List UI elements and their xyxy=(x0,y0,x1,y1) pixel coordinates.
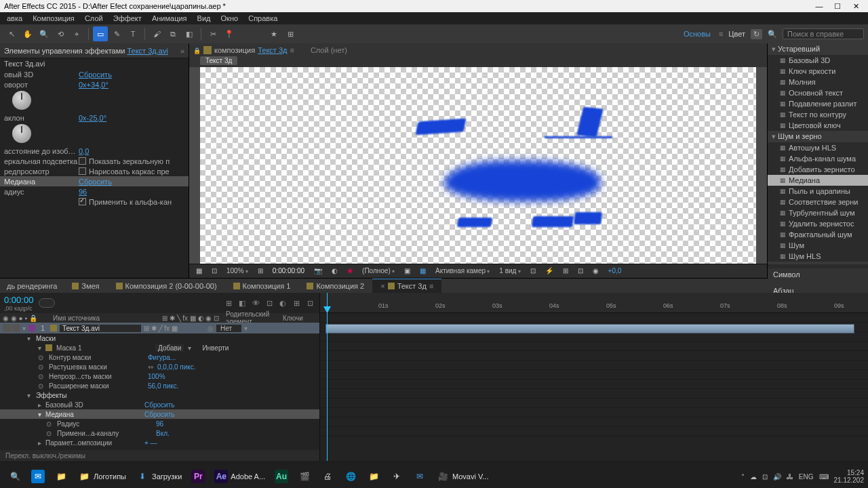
effect-reset[interactable]: Сбросить xyxy=(79,178,112,186)
comp-name-link[interactable]: Текст 3д xyxy=(258,46,287,54)
mask-expansion-value[interactable]: 56,0 пикс. xyxy=(148,382,179,390)
effect-median[interactable]: Медиана xyxy=(4,178,79,186)
rotate-tool-icon[interactable]: ⟲ xyxy=(53,26,68,41)
canvas[interactable] xyxy=(200,67,756,264)
category-noise[interactable]: Шум и зерно xyxy=(768,131,868,142)
taskbar-app[interactable]: ✉ xyxy=(409,467,431,486)
tray-app-icon[interactable]: ⊡ xyxy=(762,473,768,481)
effect-preset-item[interactable]: Текст по контуру xyxy=(768,109,868,120)
taskbar-downloads[interactable]: ⬇Загрузки xyxy=(132,467,186,486)
star-icon[interactable]: ★ xyxy=(267,26,281,41)
preview-checkbox[interactable] xyxy=(79,167,86,175)
layer-tab[interactable]: Слой (нет) xyxy=(311,46,347,54)
brush-tool-icon[interactable]: 🖌 xyxy=(149,26,164,41)
tray-clock[interactable]: 15:24 21.12.202 xyxy=(834,469,865,484)
timeline-tab[interactable]: Змея xyxy=(64,279,107,293)
menu-item[interactable]: Справка xyxy=(244,14,281,22)
brainstorm-icon[interactable]: ⊡ xyxy=(304,298,315,308)
col-source[interactable]: Имя источника xyxy=(53,314,159,322)
menu-item[interactable]: Эффект xyxy=(109,14,146,22)
effect-reset[interactable]: Сбросить xyxy=(144,411,174,418)
prop-tilt-value[interactable]: 0x-25,0° xyxy=(79,114,106,122)
taskbar-movavi[interactable]: 🎥Movavi V... xyxy=(432,467,492,486)
playhead[interactable] xyxy=(327,293,328,461)
taskbar-audition[interactable]: Au xyxy=(271,467,292,486)
puppet-tool-icon[interactable]: 📍 xyxy=(222,26,237,41)
taskbar-explorer[interactable]: 📁 xyxy=(50,467,72,486)
resolution-dropdown[interactable]: (Полное) xyxy=(359,267,397,274)
lock-icon[interactable] xyxy=(193,46,201,54)
col-keys[interactable]: Ключи xyxy=(283,314,317,322)
snap-icon[interactable]: ⊞ xyxy=(283,26,298,41)
effect-preset-item[interactable]: Подавление разлит xyxy=(768,98,868,109)
panel-tab-link[interactable]: Текст 3д.avi xyxy=(127,47,167,55)
comp-mini-flowchart-icon[interactable]: ⊞ xyxy=(223,298,234,308)
layer-name[interactable]: Текст 3д.avi xyxy=(60,325,141,332)
mask-path-value[interactable]: Фигура... xyxy=(148,354,176,361)
pen-tool-icon[interactable]: ✎ xyxy=(109,26,124,41)
masks-group[interactable]: Маски xyxy=(0,333,319,343)
breadcrumb-chip[interactable]: Текст 3д xyxy=(200,56,237,65)
camera-tool-icon[interactable]: ⌖ xyxy=(69,26,84,41)
mask-feather-value[interactable]: 0,0,0,0 пикс. xyxy=(157,363,196,371)
effect-preset-item[interactable]: Соответствие зерни xyxy=(768,197,868,207)
rectangle-tool-icon[interactable]: ▭ xyxy=(93,26,108,41)
maximize-button[interactable]: ☐ xyxy=(829,0,846,12)
taskbar-mail[interactable]: ✉ xyxy=(27,467,49,486)
help-search-input[interactable]: Поиск в справке xyxy=(783,28,864,39)
taskbar-chrome[interactable]: 🌐 xyxy=(340,467,361,486)
taskbar-app[interactable]: 📁 xyxy=(363,467,384,486)
time-ruler[interactable]: 01s 02s 03s 04s 05s 06s 07s 08s 09s xyxy=(320,293,868,313)
selection-tool-icon[interactable]: ↖ xyxy=(4,26,19,41)
eraser-tool-icon[interactable]: ◧ xyxy=(182,26,197,41)
motion-blur-icon[interactable]: ◐ xyxy=(277,298,288,308)
menu-item[interactable]: Анимация xyxy=(148,14,191,22)
timeline-search[interactable] xyxy=(39,298,55,308)
effect-preset-item[interactable]: Молния xyxy=(768,77,868,87)
mask-opacity-value[interactable]: 100% xyxy=(148,373,165,380)
flowchart-icon[interactable]: ⊡ xyxy=(575,267,586,274)
timeline-tab[interactable]: Композиция 2 (0-00-00-00) xyxy=(108,279,225,293)
exposure-value[interactable]: +0,0 xyxy=(606,267,625,274)
menu-item[interactable]: авка xyxy=(3,14,26,22)
viewport[interactable] xyxy=(189,67,767,264)
menu-item[interactable]: Вид xyxy=(193,14,215,22)
current-time[interactable]: 0:00:00 xyxy=(4,295,33,305)
roi-icon[interactable]: ▣ xyxy=(401,267,413,274)
fast-preview-icon[interactable]: ⚡ xyxy=(542,267,556,274)
effect-preset-item[interactable]: Базовый 3D xyxy=(768,55,868,66)
prop-radius-value[interactable]: 96 xyxy=(79,188,87,196)
taskbar-aftereffects[interactable]: AeAdobe A... xyxy=(210,467,269,486)
pixel-aspect-icon[interactable]: ⊡ xyxy=(528,267,538,274)
effect-preset-item[interactable]: Турбулентный шум xyxy=(768,207,868,218)
parent-dropdown[interactable]: Нет xyxy=(216,325,241,332)
menu-item[interactable]: Слой xyxy=(81,14,107,22)
workspace-color[interactable]: Цвет xyxy=(728,30,745,38)
prop-distance-value[interactable]: 0,0 xyxy=(79,147,89,155)
render-queue-tab[interactable]: дь рендеринга xyxy=(0,282,64,290)
start-button[interactable]: 🔍 xyxy=(4,467,26,486)
panel-chevron-icon[interactable]: » xyxy=(180,47,184,55)
tilt-dial[interactable] xyxy=(12,124,31,143)
views-dropdown[interactable]: 1 вид xyxy=(496,267,523,274)
transparency-icon[interactable]: ▦ xyxy=(417,267,429,274)
workspace-menu-icon[interactable]: ≡ xyxy=(719,30,723,38)
graph-editor-icon[interactable]: ⊞ xyxy=(291,298,302,308)
tray-chevron-icon[interactable]: ˄ xyxy=(741,473,745,481)
taskbar-app[interactable]: 🎬 xyxy=(294,467,315,486)
tray-network-icon[interactable]: 🖧 xyxy=(787,473,793,481)
effect-basic3d[interactable]: Базовый 3D xyxy=(45,401,140,409)
effect-median[interactable]: Медиана xyxy=(45,411,140,418)
camera-dropdown[interactable]: Активная камер xyxy=(433,267,492,274)
timeline-icon[interactable]: ⊞ xyxy=(560,267,571,274)
effect-preset-item[interactable]: Шум HLS xyxy=(768,251,868,262)
tray-language[interactable]: ENG xyxy=(799,473,814,481)
prop-radius-value[interactable]: 96 xyxy=(156,420,163,428)
timecode[interactable]: 0:00:00:00 xyxy=(270,267,307,274)
alpha-checkbox[interactable] xyxy=(79,198,86,205)
effect-preset-item[interactable]: Шум xyxy=(768,240,868,251)
effect-name[interactable]: овый 3D xyxy=(4,70,79,79)
tray-volume-icon[interactable]: 🔊 xyxy=(773,473,781,481)
effect-preset-item-selected[interactable]: Медиана xyxy=(768,175,868,186)
effect-preset-item[interactable]: Основной текст xyxy=(768,87,868,98)
